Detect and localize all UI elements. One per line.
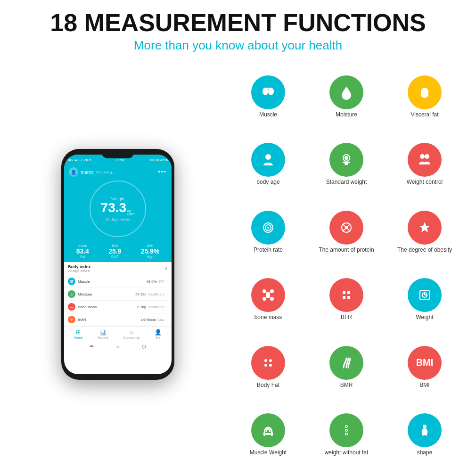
weight-value: 73.3 [101,201,127,214]
weight-unit: kgOWT [127,209,135,216]
svg-rect-32 [264,359,267,362]
nav-community[interactable]: ☺ Community [123,329,140,339]
list-item-bone[interactable]: — Bone mass 2.7kg Insufficient › [64,301,172,313]
stat-score-sub: Fat [76,255,89,258]
status-left: 4G ▲↓ 2.2K/s [68,158,91,162]
svg-rect-38 [265,433,271,435]
features-grid: Muscle Moisture Visceral fat [231,62,462,467]
obesity-label: The degree of obesity [397,246,452,253]
muscle-icon: 👕 [68,278,75,285]
moisture-icon: 💧 [68,290,75,298]
content-row: 4G ▲↓ 2.2K/s 21:02 HD ⊕ 46% 👤 marco Scan… [14,62,462,467]
bone-mass-circle [251,278,285,312]
feature-standard-weight: Standard weight [309,132,384,196]
muscle-name: Muscle [78,279,144,284]
list-item-muscle[interactable]: 👕 Muscle 49.0% FIT › [64,275,172,288]
stat-bmi-value: 25.9 [108,247,121,255]
scanning-text: Scanning... [96,170,115,174]
moisture-label: Moisture [336,111,357,118]
feature-bmr: BMR [309,335,384,399]
bone-mass-label: bone mass [254,314,282,320]
feature-shape: shape [387,403,462,467]
svg-point-13 [267,227,269,229]
stat-bmi-label: BMI [108,244,121,247]
stat-score: Score 83.4 Fat [76,244,89,258]
muscle-status: FIT [159,280,164,283]
bfr-circle [329,278,363,312]
weight-circle-area: Weight 73.3 kgOWT 26 days before [64,181,172,242]
svg-rect-7 [343,162,350,163]
weight-circle: Weight 73.3 kgOWT 26 days before [90,181,146,237]
body-fat-label: Body Fat [257,382,279,388]
shape-label: shape [417,449,433,456]
feature-weight-control: Weight control [387,132,462,196]
me-icon: 👤 [155,329,162,336]
amount-protein-circle [329,211,363,245]
bmr-status: Low [158,318,164,321]
svg-rect-36 [263,432,265,436]
stat-bfr: BFR 25.9% High [141,244,160,258]
protein-rate-label: Protein rate [254,246,283,253]
body-age-label: body age [256,179,279,185]
list-item-bmr[interactable]: ⚡ BMR 1470kcal Low › [64,313,172,326]
feature-muscle: Muscle [231,65,305,128]
obesity-circle [408,211,442,245]
svg-point-43 [346,430,347,431]
stat-bfr-label: BFR [141,244,160,247]
community-label: Community [123,336,140,339]
svg-marker-18 [419,222,430,232]
weight-control-circle [408,143,442,177]
bmi-circle: BMI [408,346,442,380]
moisture-status: Insufficient [148,293,164,296]
bottom-nav: ⊞ Home 📊 Record ☺ Community [64,326,172,342]
username: marco [81,170,94,175]
svg-rect-34 [264,364,267,367]
shape-circle [408,413,442,447]
svg-rect-27 [347,296,350,299]
android-back[interactable]: ⬡ [142,344,146,349]
moisture-name: Moisture [78,292,133,296]
nav-record[interactable]: 📊 Record [98,329,108,339]
weight-circle [408,278,442,312]
bfr-label: BFR [341,314,352,320]
svg-rect-2 [264,88,272,89]
me-label: Me [156,336,161,339]
bone-name: Bone mass [78,305,134,309]
muscle-label: Muscle [259,111,277,118]
body-index-header: Body index 26 days before ∧ [64,262,172,275]
body-fat-circle [251,346,285,380]
bmr-label: BMR [340,382,353,388]
feature-weight: Weight [387,268,462,331]
visceral-circle [408,75,442,109]
bmr-icon: ⚡ [68,316,75,323]
stats-row: Score 83.4 Fat BMI 25.9 OWT BFR [64,242,172,262]
phone-notch [101,149,134,158]
feature-body-fat: Body Fat [231,335,305,399]
body-index-sub: 26 days before [68,269,91,272]
bmi-text: BMI [416,357,434,368]
phone-screen: 4G ▲↓ 2.2K/s 21:02 HD ⊕ 46% 👤 marco Scan… [64,155,172,374]
list-item-moisture[interactable]: 💧 Moisture 54.3% Insufficient › [64,288,172,301]
body-index-toggle[interactable]: ∧ [164,266,168,271]
feature-obesity: The degree of obesity [387,200,462,263]
menu-dots[interactable]: ••• [158,169,167,175]
muscle-weight-label: Muscle Weight [250,449,287,456]
visceral-label: Visceral fat [410,111,438,118]
bone-value: 2.7kg [137,305,146,309]
app-user: 👤 marco Scanning... [69,167,115,177]
phone-section: 4G ▲↓ 2.2K/s 21:02 HD ⊕ 46% 👤 marco Scan… [14,62,222,467]
feature-bone-mass: bone mass [231,268,305,331]
bmr-circle [329,346,363,380]
svg-rect-24 [343,291,345,294]
android-home[interactable]: ⌂ [116,344,119,349]
nav-home[interactable]: ⊞ Home [74,329,83,339]
feature-visceral: Visceral fat [387,65,462,128]
avatar: 👤 [69,167,78,177]
stat-bmi-sub: OWT [108,255,121,258]
android-menu[interactable]: ☰ [90,344,94,349]
sub-title: More than you know about your health [14,38,462,53]
header: 18 MEASUREMENT FUNCTIONS More than you k… [14,9,462,53]
nav-me[interactable]: 👤 Me [155,329,162,339]
stat-score-label: Score [76,244,89,247]
home-label: Home [74,336,83,339]
